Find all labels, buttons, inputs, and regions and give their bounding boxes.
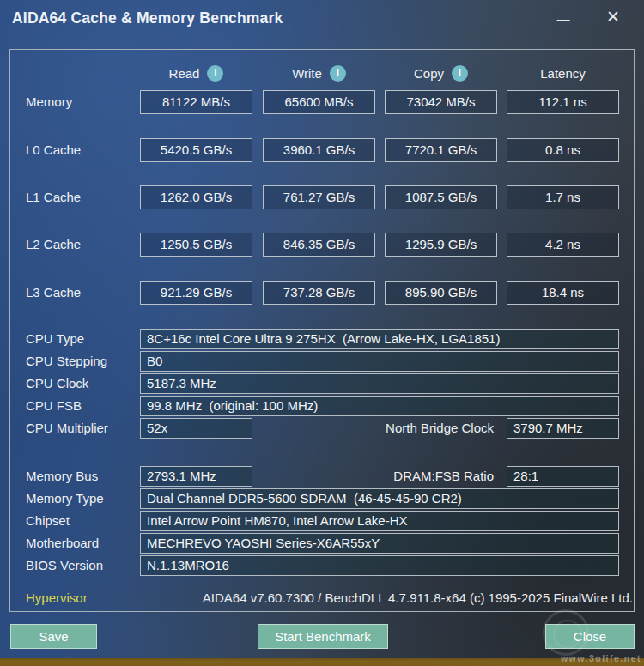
row-label-l1-cache: L1 Cache <box>26 185 81 209</box>
l1-write-value: 761.27 GB/s <box>263 185 375 209</box>
memory-type-label: Memory Type <box>26 488 104 509</box>
read-header-label: Read <box>169 66 200 81</box>
l2-read-value: 1250.5 GB/s <box>140 233 252 257</box>
chipset-value: Intel Arrow Point HM870, Intel Arrow Lak… <box>140 511 619 531</box>
l0-write-value: 3960.1 GB/s <box>263 138 375 162</box>
cpu-multiplier-value: 52x <box>140 418 252 439</box>
l0-copy-value: 7720.1 GB/s <box>385 138 497 162</box>
latency-header-label: Latency <box>540 66 586 81</box>
north-bridge-clock-label: North Bridge Clock <box>326 418 494 439</box>
l3-read-value: 921.29 GB/s <box>140 281 252 305</box>
window-title: AIDA64 Cache & Memory Benchmark <box>12 9 283 27</box>
l1-copy-value: 1087.5 GB/s <box>385 185 497 209</box>
memory-bus-value: 2793.1 MHz <box>140 466 252 487</box>
memory-write-value: 65600 MB/s <box>263 90 375 114</box>
info-icon[interactable]: i <box>330 65 346 82</box>
memory-latency-value: 112.1 ns <box>507 90 619 114</box>
cpu-clock-label: CPU Clock <box>26 373 88 394</box>
aida64-benchmark-window: AIDA64 Cache & Memory Benchmark — ✕ Read… <box>0 0 644 666</box>
cpu-type-label: CPU Type <box>26 329 84 349</box>
l3-write-value: 737.28 GB/s <box>263 281 375 305</box>
watermark-text: www.3olife.net <box>561 653 641 663</box>
row-label-l2-cache: L2 Cache <box>26 233 81 257</box>
l3-copy-value: 895.90 GB/s <box>385 281 497 305</box>
north-bridge-clock-value: 3790.7 MHz <box>507 418 619 439</box>
row-label-memory: Memory <box>26 90 72 114</box>
column-header-read: Read i <box>140 64 252 82</box>
close-button[interactable]: Close <box>545 624 635 649</box>
l0-latency-value: 0.8 ns <box>507 138 619 162</box>
memory-type-value: Dual Channel DDR5-5600 SDRAM (46-45-45-9… <box>140 488 619 509</box>
memory-bus-label: Memory Bus <box>26 466 98 487</box>
version-text: AIDA64 v7.60.7300 / BenchDLL 4.7.911.8-x… <box>137 590 633 605</box>
write-header-label: Write <box>292 66 322 81</box>
memory-copy-value: 73042 MB/s <box>385 90 497 114</box>
dram-fsb-ratio-label: DRAM:FSB Ratio <box>326 466 494 487</box>
close-icon[interactable]: ✕ <box>598 0 628 34</box>
row-label-l0-cache: L0 Cache <box>26 138 81 162</box>
l2-latency-value: 4.2 ns <box>507 233 619 257</box>
start-benchmark-button[interactable]: Start Benchmark <box>258 624 388 649</box>
l2-copy-value: 1295.9 GB/s <box>385 233 497 257</box>
cpu-clock-value: 5187.3 MHz <box>140 373 619 394</box>
cpu-fsb-label: CPU FSB <box>26 396 82 416</box>
column-header-copy: Copy i <box>385 64 497 82</box>
bottom-bar <box>0 658 644 666</box>
bios-version-label: BIOS Version <box>26 555 103 576</box>
copy-header-label: Copy <box>414 66 444 81</box>
l3-latency-value: 18.4 ns <box>507 281 619 305</box>
cpu-fsb-value: 99.8 MHz (original: 100 MHz) <box>140 396 619 416</box>
save-button[interactable]: Save <box>10 624 97 649</box>
chipset-label: Chipset <box>26 511 70 531</box>
info-icon[interactable]: i <box>452 65 468 82</box>
hypervisor-label: Hypervisor <box>26 590 88 605</box>
dram-fsb-ratio-value: 28:1 <box>507 466 619 487</box>
l2-write-value: 846.35 GB/s <box>263 233 375 257</box>
column-header-write: Write i <box>263 64 375 82</box>
bios-version-value: N.1.13MRO16 <box>140 555 619 576</box>
l0-read-value: 5420.5 GB/s <box>140 138 252 162</box>
minimize-icon[interactable]: — <box>549 0 578 34</box>
motherboard-label: Motherboard <box>26 533 99 554</box>
cpu-multiplier-label: CPU Multiplier <box>26 418 108 439</box>
l1-latency-value: 1.7 ns <box>507 185 619 209</box>
row-label-l3-cache: L3 Cache <box>26 281 81 305</box>
cpu-stepping-value: B0 <box>140 351 619 372</box>
l1-read-value: 1262.0 GB/s <box>140 185 252 209</box>
info-icon[interactable]: i <box>207 65 223 82</box>
cpu-type-value: 8C+16c Intel Core Ultra 9 275HX (Arrow L… <box>140 329 619 349</box>
cpu-stepping-label: CPU Stepping <box>26 351 107 372</box>
column-header-latency: Latency <box>507 64 619 82</box>
memory-read-value: 81122 MB/s <box>140 90 252 114</box>
motherboard-value: MECHREVO YAOSHI Series-X6AR55xY <box>140 533 619 554</box>
